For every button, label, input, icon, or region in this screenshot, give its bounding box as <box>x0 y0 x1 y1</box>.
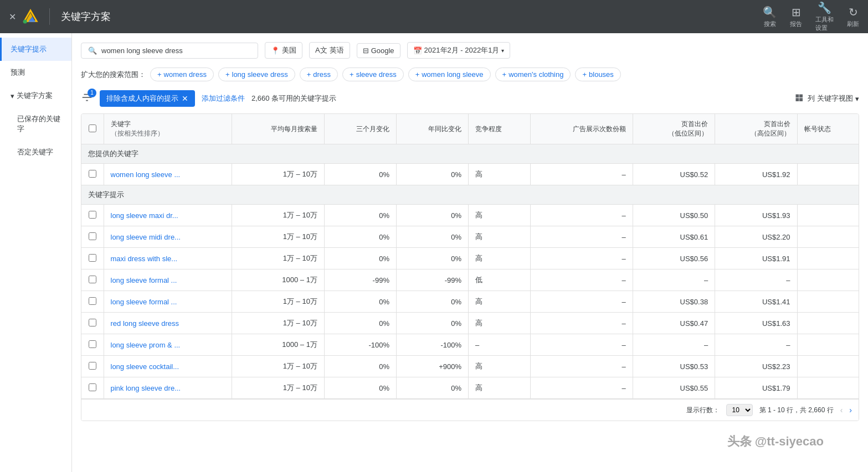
row-keyword: red long sleeve dress <box>104 313 232 334</box>
row-competition: – <box>469 334 531 356</box>
row-competition: 高 <box>469 356 531 377</box>
plus-icon-0: + <box>157 70 162 79</box>
network-icon: ⊟ <box>363 46 369 55</box>
row-checkbox[interactable] <box>89 276 96 283</box>
calendar-icon: 📅 <box>413 46 422 55</box>
search-action[interactable]: 🔍 搜索 <box>763 6 777 28</box>
sidebar-item-keyword-hints-label: 关键字提示 <box>11 45 47 53</box>
row-ad-impressions: – <box>530 334 633 356</box>
row-keyword: long sleeve midi dre... <box>104 226 232 248</box>
report-action-label: 报告 <box>790 20 802 28</box>
section-header-label: 关键字提示 <box>81 185 859 205</box>
row-checkbox[interactable] <box>89 254 96 262</box>
row-checkbox[interactable] <box>89 170 96 178</box>
row-top-low: US$0.56 <box>633 248 715 269</box>
sidebar-item-saved-keywords[interactable]: 已保存的关键字 <box>0 107 71 141</box>
row-checkbox[interactable] <box>89 319 96 326</box>
row-competition: 高 <box>469 248 531 269</box>
row-top-high: US$1.92 <box>715 164 797 185</box>
row-checkbox[interactable] <box>89 297 96 305</box>
network-filter[interactable]: ⊟ Google <box>357 43 400 58</box>
row-ad-impressions: – <box>530 269 633 291</box>
row-account-status <box>797 205 859 226</box>
sidebar-item-keyword-hints[interactable]: 关键字提示 <box>0 38 71 61</box>
row-top-low: – <box>633 269 715 291</box>
exclude-adult-button[interactable]: 排除含成人内容的提示 ✕ <box>100 90 195 107</box>
top-nav: ✕ 关键字方案 🔍 搜索 ⊞ 报告 🔧 工具和设置 ↻ 刷新 <box>0 0 868 33</box>
expand-chip-4[interactable]: + women long sleeve <box>408 68 491 81</box>
sidebar-item-keyword-plan[interactable]: ▾ 关键字方案 <box>0 84 71 107</box>
keyword-view-label: 关键字视图 <box>817 94 853 103</box>
date-filter[interactable]: 📅 2021年2月 - 2022年1月 ▾ <box>407 42 511 59</box>
row-account-status <box>797 377 859 399</box>
row-checkbox[interactable] <box>89 340 96 348</box>
row-checkbox-cell <box>81 205 104 226</box>
row-monthly-search: 1万 – 10万 <box>232 248 325 269</box>
expand-chip-2[interactable]: + dress <box>300 68 338 81</box>
table-row: red long sleeve dress 1万 – 10万 0% 0% 高 –… <box>81 313 859 334</box>
table-section-header: 关键字提示 <box>81 185 859 205</box>
row-top-high: – <box>715 269 797 291</box>
refresh-action[interactable]: ↻ 刷新 <box>847 6 859 28</box>
close-btn[interactable]: ✕ <box>9 12 16 22</box>
row-checkbox[interactable] <box>89 362 96 370</box>
expand-chip-6[interactable]: + blouses <box>575 68 620 81</box>
row-checkbox[interactable] <box>89 383 96 391</box>
plus-icon-4: + <box>415 70 420 79</box>
location-filter[interactable]: 📍 美国 <box>265 42 302 59</box>
row-top-low: US$0.50 <box>633 205 715 226</box>
search-icon: 🔍 <box>763 6 777 19</box>
svg-point-4 <box>23 20 27 24</box>
header-ad-impressions: 广告展示次数份额 <box>530 114 633 144</box>
show-rows-label: 显示行数： <box>686 406 720 415</box>
row-account-status <box>797 334 859 356</box>
search-box[interactable]: 🔍 <box>81 43 258 59</box>
plus-icon-3: + <box>350 70 354 79</box>
rows-per-page-select[interactable]: 10 25 50 <box>726 404 753 416</box>
expand-chip-3[interactable]: + sleeve dress <box>342 68 404 81</box>
prev-page-button[interactable]: ‹ <box>840 406 843 414</box>
table-row: long sleeve prom & ... 1000 – 1万 -100% -… <box>81 334 859 356</box>
refresh-icon: ↻ <box>849 6 858 19</box>
next-page-button[interactable]: › <box>849 406 852 414</box>
add-filter-button[interactable]: 添加过滤条件 <box>202 94 245 103</box>
row-account-status <box>797 313 859 334</box>
report-action[interactable]: ⊞ 报告 <box>790 6 802 28</box>
row-checkbox[interactable] <box>89 211 96 219</box>
network-label: Google <box>371 46 394 55</box>
row-yearly: 0% <box>396 313 468 334</box>
view-arrow-icon: ▾ <box>855 95 859 103</box>
row-ad-impressions: – <box>530 226 633 248</box>
table-body: 您提供的关键字 women long sleeve ... 1万 – 10万 0… <box>81 144 859 399</box>
close-exclude-icon[interactable]: ✕ <box>182 94 188 103</box>
add-filter-label: 添加过滤条件 <box>202 94 245 102</box>
filter-icon-button[interactable]: 1 <box>81 92 93 106</box>
row-three-month: 0% <box>324 356 396 377</box>
row-ad-impressions: – <box>530 164 633 185</box>
expand-chip-0[interactable]: + women dress <box>150 68 214 81</box>
row-top-high: US$1.93 <box>715 205 797 226</box>
expand-chip-1[interactable]: + long sleeve dress <box>218 68 295 81</box>
keyword-count: 2,660 条可用的关键字提示 <box>251 94 336 103</box>
sidebar-item-predict[interactable]: 预测 <box>0 61 71 84</box>
arrow-icon: ▾ <box>11 92 14 100</box>
language-filter[interactable]: A文 英语 <box>309 42 350 59</box>
row-checkbox-cell <box>81 226 104 248</box>
table-header-row: 关键字（按相关性排序） 平均每月搜索量 三个月变化 年同比变化 竞争程度 广告展… <box>81 114 859 144</box>
row-ad-impressions: – <box>530 205 633 226</box>
row-monthly-search: 1万 – 10万 <box>232 164 325 185</box>
row-keyword: maxi dress with sle... <box>104 248 232 269</box>
expand-chip-5[interactable]: + women's clothing <box>495 68 571 81</box>
tools-action[interactable]: 🔧 工具和设置 <box>815 1 834 32</box>
exclude-adult-label: 排除含成人内容的提示 <box>106 94 178 103</box>
tools-icon: 🔧 <box>818 1 831 14</box>
row-ad-impressions: – <box>530 356 633 377</box>
header-three-month: 三个月变化 <box>324 114 396 144</box>
select-all-checkbox[interactable] <box>89 125 96 132</box>
search-input[interactable] <box>101 46 251 55</box>
row-checkbox[interactable] <box>89 232 96 240</box>
column-view-button[interactable]: 列 关键字视图 ▾ <box>794 93 859 104</box>
main-layout: 关键字提示 预测 ▾ 关键字方案 已保存的关键字 否定关键字 🔍 📍 美国 <box>0 33 868 472</box>
column-view-label: 列 <box>808 94 815 103</box>
sidebar-item-denied-keywords[interactable]: 否定关键字 <box>0 141 71 164</box>
